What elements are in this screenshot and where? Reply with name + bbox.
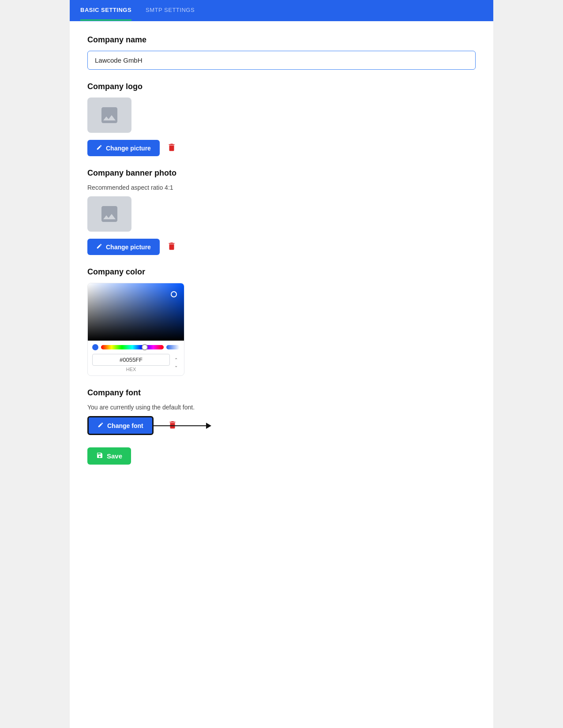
save-icon <box>96 452 103 460</box>
spectrum-thumb[interactable] <box>142 344 148 350</box>
company-name-section: Company name <box>87 35 476 70</box>
save-section: Save <box>87 447 476 465</box>
trash-font-icon <box>168 420 177 430</box>
change-logo-btn-label: Change picture <box>106 145 151 152</box>
company-banner-placeholder <box>87 196 131 232</box>
tab-smtp-settings[interactable]: SMTP SETTINGS <box>146 0 195 21</box>
color-spectrum-bar[interactable] <box>101 345 164 349</box>
pencil-icon <box>96 144 102 152</box>
nav-bar: BASIC SETTINGS SMTP SETTINGS <box>70 0 493 21</box>
company-banner-label: Company banner photo <box>87 169 476 178</box>
delete-font-button[interactable] <box>166 418 179 433</box>
color-gradient-canvas[interactable] <box>88 283 184 341</box>
change-font-button[interactable]: Change font <box>87 416 154 435</box>
opacity-bar[interactable] <box>166 345 180 349</box>
save-button[interactable]: Save <box>87 447 131 465</box>
pencil-banner-icon <box>96 243 102 251</box>
image-placeholder-icon <box>99 105 120 126</box>
hex-color-input[interactable] <box>92 354 170 366</box>
hex-arrows: ⌃ ⌄ <box>173 357 180 368</box>
pencil-font-icon <box>98 422 104 429</box>
company-logo-placeholder <box>87 98 131 133</box>
company-font-desc: You are currently using the default font… <box>87 404 476 411</box>
color-spectrum-row <box>88 341 184 352</box>
color-preview-dot <box>92 344 98 350</box>
hex-label: HEX <box>92 367 170 372</box>
change-logo-button[interactable]: Change picture <box>87 140 160 156</box>
delete-banner-button[interactable] <box>165 240 178 254</box>
company-color-label: Company color <box>87 267 476 277</box>
delete-logo-button[interactable] <box>165 141 178 155</box>
tab-basic-settings[interactable]: BASIC SETTINGS <box>80 0 131 21</box>
company-font-btn-row: Change font <box>87 416 476 435</box>
company-font-section: Company font You are currently using the… <box>87 388 476 435</box>
change-font-btn-label: Change font <box>107 422 143 429</box>
company-banner-desc: Recommended aspect ratio 4:1 <box>87 184 476 191</box>
arrow-line <box>154 425 206 426</box>
color-picker[interactable]: HEX ⌃ ⌄ <box>87 283 184 376</box>
arrow-head <box>206 423 211 429</box>
hex-input-wrap: HEX <box>92 354 170 372</box>
change-banner-btn-label: Change picture <box>106 244 151 251</box>
company-color-section: Company color HEX <box>87 267 476 376</box>
company-banner-btn-row: Change picture <box>87 239 476 255</box>
company-name-input[interactable] <box>87 51 476 70</box>
company-name-label: Company name <box>87 35 476 45</box>
company-logo-btn-row: Change picture <box>87 140 476 156</box>
company-logo-section: Company logo Change picture <box>87 82 476 156</box>
change-banner-button[interactable]: Change picture <box>87 239 160 255</box>
company-font-label: Company font <box>87 388 476 398</box>
company-banner-section: Company banner photo Recommended aspect … <box>87 169 476 255</box>
color-gradient-handle[interactable] <box>171 291 177 297</box>
banner-image-placeholder-icon <box>99 203 120 225</box>
company-logo-label: Company logo <box>87 82 476 91</box>
hex-decrement-button[interactable]: ⌄ <box>173 363 180 368</box>
save-btn-label: Save <box>107 452 122 460</box>
trash-icon <box>167 143 176 152</box>
hex-input-row: HEX ⌃ ⌄ <box>88 352 184 375</box>
change-font-annotation: Change font <box>87 416 154 435</box>
svg-point-0 <box>105 111 108 113</box>
hex-increment-button[interactable]: ⌃ <box>173 357 180 363</box>
trash-banner-icon <box>167 241 176 251</box>
arrow-pointing-left <box>154 423 211 429</box>
svg-point-1 <box>105 210 108 212</box>
